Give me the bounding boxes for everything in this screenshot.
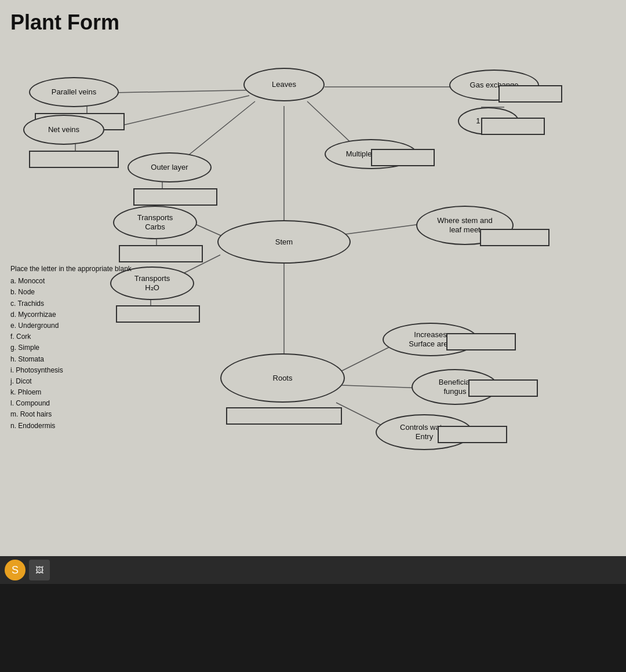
bottom-bar bbox=[0, 584, 626, 672]
svg-line-2 bbox=[180, 101, 255, 162]
where-stem-blank bbox=[480, 229, 549, 246]
net-veins-blank bbox=[29, 151, 119, 168]
diagram: Leaves Gas exchange Parallel veins Net v… bbox=[0, 38, 626, 542]
list-item: b. Node bbox=[10, 287, 132, 298]
list-item: g. Simple bbox=[10, 342, 132, 353]
transports-carbs-node: Transports Carbs bbox=[113, 206, 197, 239]
transports-carbs-blank bbox=[119, 245, 203, 262]
list-item: j. Dicot bbox=[10, 376, 132, 387]
list-items: a. Monocot b. Node c. Trachids d. Mycorr… bbox=[10, 276, 132, 432]
svg-line-0 bbox=[113, 90, 267, 93]
list-item: m. Root hairs bbox=[10, 409, 132, 420]
page-title: Plant Form bbox=[10, 10, 119, 35]
net-veins-node: Net veins bbox=[23, 115, 104, 145]
controls-water-blank bbox=[438, 426, 507, 443]
one-blade-blank bbox=[481, 118, 545, 135]
taskbar-folder-btn[interactable]: 🖼 bbox=[29, 560, 50, 580]
list-item: c. Trachids bbox=[10, 298, 132, 309]
list-item: l. Compound bbox=[10, 398, 132, 409]
outer-layer-node: Outer layer bbox=[128, 152, 212, 182]
outer-layer-blank bbox=[133, 188, 217, 206]
roots-blank bbox=[226, 407, 342, 425]
list-intro: Place the letter in the appropriate blan… bbox=[10, 264, 132, 275]
list-item: e. Underground bbox=[10, 320, 132, 331]
list-item: a. Monocot bbox=[10, 276, 132, 287]
leaves-node: Leaves bbox=[243, 68, 325, 101]
list-item: f. Cork bbox=[10, 331, 132, 342]
increases-surface-blank bbox=[446, 333, 516, 350]
taskbar: S 🖼 bbox=[0, 556, 626, 584]
stem-node: Stem bbox=[217, 220, 351, 264]
list-item: i. Photosynthesis bbox=[10, 365, 132, 376]
parallel-veins-node: Parallel veins bbox=[29, 77, 119, 107]
list-item: h. Stomata bbox=[10, 354, 132, 365]
list-item: k. Phloem bbox=[10, 387, 132, 398]
svg-line-20 bbox=[342, 385, 423, 388]
list-section: Place the letter in the appropriate blan… bbox=[10, 264, 132, 432]
roots-node: Roots bbox=[220, 353, 345, 403]
taskbar-s-icon[interactable]: S bbox=[5, 560, 26, 580]
list-item: n. Endodermis bbox=[10, 421, 132, 432]
multiple-blades-blank bbox=[371, 149, 435, 166]
svg-line-1 bbox=[113, 96, 249, 127]
gas-exchange-blank bbox=[498, 85, 562, 103]
svg-line-19 bbox=[336, 345, 394, 374]
screen: Plant Form bbox=[0, 0, 626, 556]
list-item: d. Mycorrhizae bbox=[10, 309, 132, 320]
beneficial-fungus-blank bbox=[468, 379, 538, 397]
